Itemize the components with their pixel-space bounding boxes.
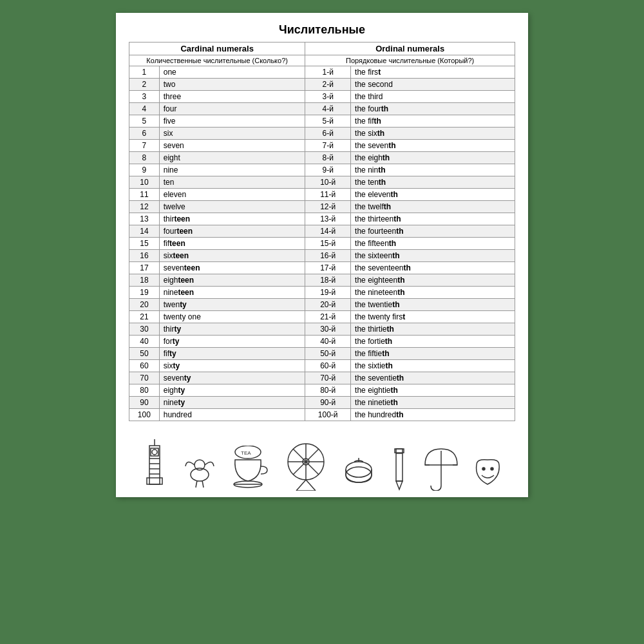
ordinal-number: 6-й: [305, 128, 351, 140]
cardinal-number: 19: [129, 287, 160, 299]
ordinal-word: the eleventh: [351, 189, 515, 201]
ordinal-number: 10-й: [305, 176, 351, 189]
cardinal-word: twelve: [159, 201, 305, 213]
ordinal-word: the second: [351, 79, 515, 91]
table-row: 30thirty30-йthe thirtieth: [129, 323, 515, 336]
ordinal-number: 50-й: [305, 348, 351, 360]
ordinal-number: 2-й: [305, 79, 351, 91]
table-header-sub: Количественные числительные (Сколько?) П…: [129, 55, 515, 66]
cardinal-word: forty: [159, 336, 305, 348]
cardinal-number: 60: [129, 360, 160, 372]
cardinal-word: nineteen: [159, 287, 305, 299]
ordinal-word: the fourth: [351, 103, 515, 115]
cardinal-number: 90: [129, 397, 160, 409]
table-row: 17seventeen17-йthe seventeenth: [129, 262, 515, 274]
cardinal-number: 11: [129, 189, 160, 201]
ordinal-number: 5-й: [305, 115, 351, 128]
ordinal-number: 14-й: [305, 225, 351, 238]
cardinal-word: thirty: [159, 323, 305, 336]
illustration-bird: [180, 452, 219, 491]
cardinal-number: 3: [129, 91, 160, 103]
ordinal-number: 1-й: [305, 66, 351, 79]
ordinal-number: 20-й: [305, 299, 351, 311]
ordinal-header: Ordinal numerals: [305, 43, 515, 55]
ordinal-word: the seventieth: [351, 372, 515, 384]
ordinal-word: the nineteenth: [351, 287, 515, 299]
ordinal-number: 30-й: [305, 323, 351, 336]
cardinal-number: 14: [129, 225, 160, 238]
svg-line-24: [306, 480, 316, 491]
ordinal-number: 16-й: [305, 250, 351, 262]
svg-marker-30: [396, 481, 402, 489]
table-row: 40forty40-йthe fortieth: [129, 336, 515, 348]
cardinal-word: sixty: [159, 360, 305, 372]
table-row: 90ninety90-йthe ninetieth: [129, 397, 515, 409]
cardinal-word: eighteen: [159, 274, 305, 287]
cardinal-number: 2: [129, 79, 160, 91]
cardinal-number: 9: [129, 164, 160, 176]
ordinal-number: 17-й: [305, 262, 351, 274]
ordinal-number: 80-й: [305, 384, 351, 397]
cardinal-word: hundred: [159, 409, 305, 421]
page-title: Числительные: [129, 23, 515, 37]
ordinal-word: the fourteenth: [351, 225, 515, 238]
ordinal-word: the thirteenth: [351, 213, 515, 225]
cardinal-number: 12: [129, 201, 160, 213]
ordinal-word: the seventh: [351, 140, 515, 152]
cardinal-word: two: [159, 79, 305, 91]
table-row: 3three3-йthe third: [129, 91, 515, 103]
ordinal-word: the fiftieth: [351, 348, 515, 360]
svg-line-12: [202, 480, 204, 488]
cardinal-word: fifty: [159, 348, 305, 360]
cardinal-number: 40: [129, 336, 160, 348]
ordinal-word: the eighth: [351, 152, 515, 164]
illustrations: TEA: [129, 426, 515, 491]
ordinal-number: 7-й: [305, 140, 351, 152]
table-row: 50fifty50-йthe fiftieth: [129, 348, 515, 360]
illustration-umbrella: [422, 446, 460, 491]
ordinal-word: the sixth: [351, 128, 515, 140]
table-row: 9nine9-йthe ninth: [129, 164, 515, 176]
cardinal-number: 70: [129, 372, 160, 384]
ordinal-number: 4-й: [305, 103, 351, 115]
table-row: 5five5-йthe fifth: [129, 115, 515, 128]
svg-point-4: [152, 450, 157, 455]
cardinal-word: thirteen: [159, 213, 305, 225]
ordinal-number: 40-й: [305, 336, 351, 348]
ordinal-number: 90-й: [305, 397, 351, 409]
ordinal-word: the twenty first: [351, 311, 515, 323]
cardinal-number: 30: [129, 323, 160, 336]
ordinal-word: the twelfth: [351, 201, 515, 213]
cardinal-word: twenty: [159, 299, 305, 311]
cardinal-word: seven: [159, 140, 305, 152]
cardinal-number: 20: [129, 299, 160, 311]
table-row: 2two2-йthe second: [129, 79, 515, 91]
cardinal-word: fourteen: [159, 225, 305, 238]
ordinal-word: the hundredth: [351, 409, 515, 421]
table-row: 100hundred100-йthe hundredth: [129, 409, 515, 421]
cardinal-word: nine: [159, 164, 305, 176]
cardinal-header: Cardinal numerals: [129, 43, 305, 55]
ordinal-word: the first: [351, 66, 515, 79]
svg-text:TEA: TEA: [241, 450, 251, 456]
svg-line-23: [296, 480, 306, 491]
ordinal-word: the tenth: [351, 176, 515, 189]
table-row: 4four4-йthe fourth: [129, 103, 515, 115]
cardinal-word: seventy: [159, 372, 305, 384]
cardinal-number: 16: [129, 250, 160, 262]
table-row: 21twenty one21-йthe twenty first: [129, 311, 515, 323]
table-row: 18eighteen18-йthe eighteenth: [129, 274, 515, 287]
table-row: 20twenty20-йthe twentieth: [129, 299, 515, 311]
ordinal-word: the fifteenth: [351, 238, 515, 250]
table-row: 8eight8-йthe eighth: [129, 152, 515, 164]
illustration-pen: [390, 446, 409, 491]
ordinal-word: the eightieth: [351, 384, 515, 397]
cardinal-number: 17: [129, 262, 160, 274]
cardinal-number: 21: [129, 311, 160, 323]
ordinal-word: the seventeenth: [351, 262, 515, 274]
table-row: 12twelve12-йthe twelfth: [129, 201, 515, 213]
cardinal-word: fifteen: [159, 238, 305, 250]
ordinal-number: 15-й: [305, 238, 351, 250]
ordinal-word: the fortieth: [351, 336, 515, 348]
ordinal-number: 70-й: [305, 372, 351, 384]
